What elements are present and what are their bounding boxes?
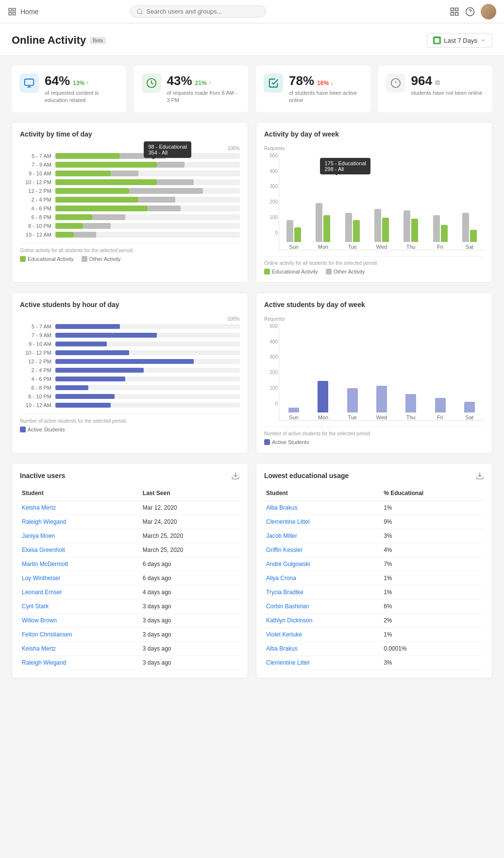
- student-link[interactable]: Andre Gulgowski: [264, 557, 382, 571]
- export-icon-lowest[interactable]: [475, 471, 484, 480]
- pct-edu: 7%: [382, 557, 484, 571]
- date-filter[interactable]: Last 7 Days: [427, 33, 492, 48]
- search-bar[interactable]: [130, 5, 266, 17]
- lowest-edu-table: Student % Educational Alba Brakus1%Cleme…: [264, 486, 484, 670]
- student-link[interactable]: Leonard Ernser: [20, 585, 141, 599]
- student-link[interactable]: Martin McDermott: [20, 557, 141, 571]
- student-link[interactable]: Aliya Crona: [264, 571, 382, 585]
- y-axis: 500 400 300 200 100 0: [264, 153, 278, 236]
- stat-value-time: 43%: [167, 73, 192, 88]
- activity-time-legend: Online activity for all students for the…: [20, 243, 240, 262]
- legend-active-students-2: Active Students: [264, 439, 309, 445]
- student-link[interactable]: Keisha Mertz: [20, 641, 141, 655]
- stat-icon-small: [435, 80, 440, 85]
- activity-time-chart: 100% 5 - 7 AM 7 - 9 AM: [20, 146, 240, 238]
- vbar-fri-edu: [441, 225, 448, 242]
- student-link[interactable]: Cyril Stark: [20, 599, 141, 613]
- vbar-thu-edu: [411, 219, 418, 242]
- table-row: Janiya MoenMarch 25, 2020: [20, 529, 240, 543]
- page-title: Online Activity: [12, 34, 86, 47]
- ablue-row-0: 5 - 7 AM: [20, 324, 240, 329]
- lowest-title: Lowest educational usage: [264, 472, 349, 480]
- student-link[interactable]: Willow Brown: [20, 613, 141, 627]
- svg-rect-8: [455, 12, 458, 15]
- student-link[interactable]: Keisha Mertz: [20, 500, 141, 515]
- pct-edu: 3%: [382, 529, 484, 543]
- student-link[interactable]: Kathlyn Dickinson: [264, 613, 382, 627]
- active-day-panel: Active students by day of week Requests …: [256, 292, 492, 453]
- student-link[interactable]: Violet Kerluke: [264, 627, 382, 641]
- hbar-other-9: [74, 232, 96, 238]
- hbar-edu-2: [55, 171, 111, 176]
- legend-dot-blue-2: [264, 439, 270, 445]
- table-row: Trycia Bradtke1%: [264, 585, 484, 599]
- legend-dot-green-day: [264, 269, 270, 275]
- day-group-thu: Thu: [396, 153, 425, 250]
- student-link[interactable]: Alba Brakus: [264, 641, 382, 655]
- table-row: Cyril Stark3 days ago: [20, 599, 240, 613]
- search-input[interactable]: [146, 8, 243, 15]
- table-row: Felton Christiansen3 days ago: [20, 627, 240, 641]
- table-row: Corbin Bashirian6%: [264, 599, 484, 613]
- activity-day-panel: Activity by day of week Requests 500 400…: [256, 122, 492, 283]
- hbar-row-7: 6 - 8 PM: [20, 214, 240, 220]
- legend-other-time: Other Activity: [82, 256, 121, 262]
- table-row: Martin McDermott6 days ago: [20, 557, 240, 571]
- table-row: Aliya Crona1%: [264, 571, 484, 585]
- xlabel-tue: Tue: [348, 244, 357, 250]
- export-icon-inactive[interactable]: [231, 471, 240, 480]
- student-link[interactable]: Eloisa Greenholt: [20, 543, 141, 557]
- vbar-wed-edu: [382, 218, 389, 242]
- vbar-fri-other: [433, 215, 440, 242]
- last-seen: 3 days ago: [141, 599, 240, 613]
- svg-rect-11: [435, 38, 439, 43]
- legend-note-active-hour: Number of active students for the select…: [20, 418, 240, 424]
- table-row: Clementine Littel9%: [264, 515, 484, 529]
- student-link[interactable]: Jacob Miller: [264, 529, 382, 543]
- beta-badge: Beta: [90, 37, 106, 44]
- ablue-row-2: 9 - 10 AM: [20, 341, 240, 347]
- stat-change-active: 16% ↓: [317, 80, 333, 86]
- legend-dot-green: [20, 256, 26, 262]
- hbar-edu-4: [55, 188, 129, 194]
- hbar-other-5: [138, 197, 175, 203]
- home-link[interactable]: Home: [8, 7, 38, 16]
- help-icon[interactable]: [465, 7, 475, 17]
- student-link[interactable]: Griffin Kessler: [264, 543, 382, 557]
- avatar[interactable]: [481, 4, 496, 19]
- student-link[interactable]: Raleigh Wiegand: [20, 515, 141, 529]
- legend-dot-gray: [82, 256, 87, 262]
- vbar-tue-other: [345, 213, 352, 242]
- student-link[interactable]: Trycia Bradtke: [264, 585, 382, 599]
- student-link[interactable]: Corbin Bashirian: [264, 599, 382, 613]
- inactive-users-table: Student Last Seen Keisha MertzMar 12, 20…: [20, 486, 240, 670]
- last-seen: 4 days ago: [141, 585, 240, 599]
- student-link[interactable]: Alba Brakus: [264, 500, 382, 515]
- student-link[interactable]: Clementine Littel: [264, 655, 382, 669]
- legend-other-day: Other Activity: [326, 269, 365, 275]
- pct-edu: 6%: [382, 599, 484, 613]
- legend-dot-gray-day: [326, 269, 332, 275]
- student-link[interactable]: Raleigh Wiegand: [20, 655, 141, 669]
- pct-edu: 1%: [382, 571, 484, 585]
- hbar-edu-9: [55, 232, 74, 238]
- student-link[interactable]: Janiya Moen: [20, 529, 141, 543]
- requests-label-2: Requests: [264, 316, 484, 322]
- student-link[interactable]: Loy Wintheiser: [20, 571, 141, 585]
- legend-edu-day: Educational Activity: [264, 269, 318, 275]
- student-link[interactable]: Clementine Littel: [264, 515, 382, 529]
- activity-time-panel: Activity by time of day 100% 5 - 7 AM 7 …: [12, 122, 248, 283]
- ablue-row-4: 12 - 2 PM: [20, 359, 240, 364]
- last-seen: 3 days ago: [141, 613, 240, 627]
- hbar-row-6: 4 - 6 PM: [20, 206, 240, 211]
- day-group-fri: Fri: [425, 153, 454, 250]
- last-seen: 6 days ago: [141, 557, 240, 571]
- day-group-sat: Sat: [455, 153, 484, 250]
- table-row: Willow Brown3 days ago: [20, 613, 240, 627]
- table-row: Eloisa GreenholtMarch 25, 2020: [20, 543, 240, 557]
- student-link[interactable]: Felton Christiansen: [20, 627, 141, 641]
- grid-icon[interactable]: [450, 7, 459, 17]
- last-seen: 3 days ago: [141, 641, 240, 655]
- vbar-mon-other: [316, 203, 322, 242]
- col-pct: % Educational: [382, 486, 484, 501]
